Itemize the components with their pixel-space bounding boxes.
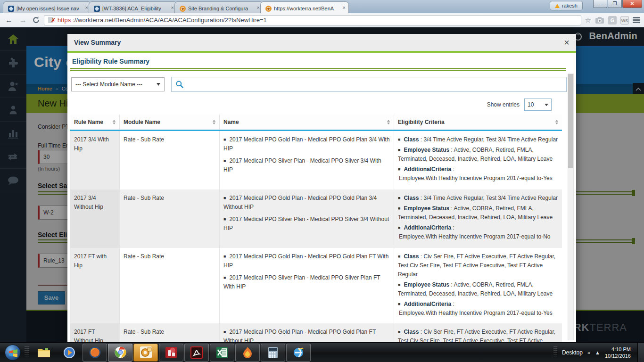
module-name-select[interactable]: --- Select Module Name --- [71, 77, 165, 91]
sort-icon[interactable] [555, 120, 558, 124]
search-input[interactable] [171, 77, 567, 92]
criteria-item: ■Employee Status : Active, COBRA, Retire… [398, 204, 558, 222]
modal-scrollbar[interactable] [568, 74, 574, 340]
browser-toolbar: ← → ✗ https ://workterra.net/BenAdmin/AC… [0, 13, 644, 27]
jira-favicon-icon [8, 6, 14, 12]
forward-button[interactable]: → [18, 16, 28, 25]
plan-item: ■2017 Medical PPO Gold Plan - Medical PP… [223, 252, 390, 270]
tab-workterra-active[interactable]: https://workterra.net/BenA × [260, 1, 349, 13]
taskbar-chrome[interactable] [108, 344, 132, 362]
criteria-item: ■Class : Civ Ser Fire, FT Active Executi… [398, 252, 558, 279]
modal-body: Eligibility Rule Summary --- Select Modu… [67, 53, 576, 342]
bullet-icon: ■ [223, 275, 226, 280]
ws-extension-icon[interactable]: WS [620, 16, 629, 25]
bullet-icon: ■ [398, 196, 400, 200]
filter-controls: --- Select Module Name --- [71, 77, 572, 92]
module-name-cell: Rate - Sub Rate [119, 323, 219, 342]
entries-count-select[interactable]: 10 [524, 99, 552, 111]
clock-date: 10/12/2016 [605, 353, 631, 359]
bookmark-star-icon[interactable]: ☆ [585, 16, 591, 25]
firefox-icon [89, 346, 101, 359]
bullet-icon: ■ [398, 302, 400, 306]
clock[interactable]: 4:10 PM 10/12/2016 [605, 346, 631, 359]
tab-close-icon[interactable]: × [171, 5, 174, 10]
taskbar-excel[interactable] [210, 344, 234, 362]
desktop-toolbar-label[interactable]: Desktop [562, 349, 583, 356]
sort-icon[interactable] [387, 120, 390, 124]
start-button[interactable] [5, 345, 21, 361]
modal-section-divider [70, 68, 566, 71]
tab-jira-wt3836[interactable]: [WT-3836] ACA_Eligibility × [89, 1, 177, 13]
sort-icon[interactable] [113, 120, 116, 124]
table-row: 2017 3/4 Without Hip Rate - Sub Rate ■20… [70, 189, 562, 248]
minimize-button[interactable]: – [593, 0, 607, 8]
criteria-item: ■Class : 3/4 Time Active Regular, Test 3… [398, 194, 558, 203]
rule-name-cell: 2017 FT Without Hip [70, 323, 119, 342]
tab-close-icon[interactable]: × [257, 5, 260, 10]
column-header-eligibility-criteria[interactable]: Eligibility Criteria [394, 115, 562, 130]
taskbar-acrobat[interactable] [184, 344, 209, 362]
sort-icon[interactable] [213, 120, 215, 124]
workterra-favicon-icon [180, 6, 186, 12]
toolbar-overflow-icon[interactable]: » [587, 350, 590, 355]
column-header-name[interactable]: Name [219, 115, 394, 130]
show-desktop-button[interactable] [637, 343, 644, 362]
scrollbar-thumb[interactable] [568, 74, 573, 168]
taskbar-explorer[interactable] [32, 344, 56, 362]
reload-button[interactable] [32, 16, 40, 24]
close-window-button[interactable]: ✕ [622, 0, 642, 8]
g-extension-icon[interactable]: G [608, 16, 617, 25]
taskbar-media-player[interactable] [57, 344, 82, 362]
chevron-down-icon [545, 104, 548, 106]
clock-time: 4:10 PM [605, 346, 631, 353]
taskbar-flame-app[interactable] [235, 344, 260, 362]
plan-item: ■2017 Medical PPO Gold Plan - Medical PP… [223, 135, 390, 153]
bullet-icon: ■ [398, 167, 400, 172]
taskbar-internet-explorer[interactable] [286, 344, 311, 362]
workterra-favicon-icon [265, 6, 272, 12]
tab-close-icon[interactable]: × [343, 5, 346, 10]
taskbar-calculator[interactable] [261, 344, 285, 362]
tab-strip: [My open issues] Issue nav × [WT-3836] A… [3, 1, 346, 13]
bullet-icon: ■ [398, 225, 400, 230]
column-header-rule-name[interactable]: Rule Name [70, 115, 119, 130]
taskbar-communicator[interactable] [159, 344, 183, 362]
entries-count-value: 10 [528, 101, 534, 108]
rule-name-cell: 2017 3/4 Without Hip [70, 189, 119, 248]
name-cell: ■2017 Medical PPO Gold Plan - Medical PP… [219, 248, 394, 323]
bullet-icon: ■ [223, 329, 226, 334]
modal-close-icon[interactable]: × [564, 38, 570, 47]
name-cell: ■2017 Medical PPO Gold Plan - Medical PP… [219, 323, 394, 342]
chevron-down-icon [157, 83, 160, 86]
table-header-row: Rule Name Module Name Name Eligibility C… [70, 115, 562, 131]
media-player-icon [63, 346, 75, 359]
plan-item: ■2017 Medical PPO Silver Plan - Medical … [223, 273, 390, 291]
phone-app-icon [165, 346, 177, 359]
name-cell: ■2017 Medical PPO Gold Plan - Medical PP… [219, 189, 394, 248]
bullet-icon: ■ [398, 254, 400, 259]
windows-taskbar: Desktop » ▲ 4:10 PM 10/12/2016 [0, 342, 644, 362]
taskbar-firefox[interactable] [83, 344, 107, 362]
rule-name-cell: 2017 FT with Hip [70, 248, 119, 323]
tab-site-branding[interactable]: Site Branding & Configura × [174, 1, 263, 13]
tray-grip [553, 346, 557, 360]
window-controls: – ❐ ✕ [593, 0, 642, 8]
tab-jira-open-issues[interactable]: [My open issues] Issue nav × [3, 1, 91, 13]
calculator-icon [267, 346, 279, 359]
plan-item: ■2017 Medical PPO Silver Plan - Medical … [223, 156, 390, 174]
module-name-cell: Rate - Sub Rate [119, 189, 219, 248]
omnibox[interactable]: ✗ https ://workterra.net/BenAdmin/ACA/AC… [44, 15, 581, 25]
plan-item: ■2017 Medical PPO Gold Plan - Medical PP… [223, 194, 390, 212]
camera-extension-icon[interactable] [595, 16, 604, 24]
chrome-profile-button[interactable]: rakesh [550, 1, 583, 10]
maximize-button[interactable]: ❐ [608, 0, 622, 8]
tab-close-icon[interactable]: × [85, 5, 88, 10]
name-cell: ■2017 Medical PPO Gold Plan - Medical PP… [219, 131, 394, 189]
hidden-icons-button[interactable]: ▲ [595, 350, 600, 355]
column-header-module-name[interactable]: Module Name [119, 115, 219, 130]
taskbar-outlook[interactable] [133, 344, 158, 362]
chrome-menu-icon[interactable] [633, 16, 640, 25]
back-button[interactable]: ← [4, 16, 14, 25]
excel-icon [216, 346, 228, 359]
modal-title: View Summary [74, 39, 564, 46]
